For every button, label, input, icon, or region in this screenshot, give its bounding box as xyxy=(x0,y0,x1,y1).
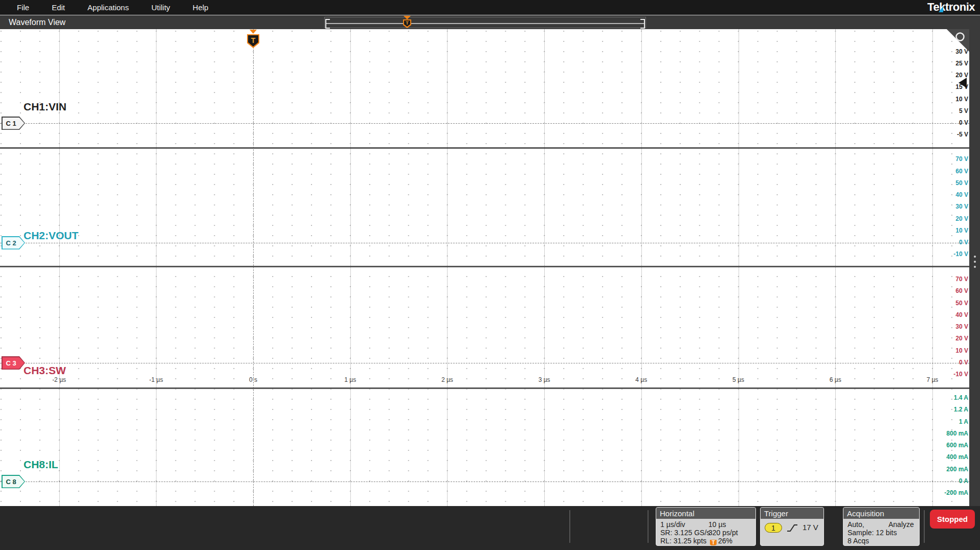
time-label: 4 µs xyxy=(625,376,658,383)
axis-label: 50 V xyxy=(932,179,968,187)
menu-help[interactable]: Help xyxy=(193,3,209,12)
menu-edit[interactable]: Edit xyxy=(52,3,65,12)
axis-label: 1 A xyxy=(932,418,968,425)
time-label: 0 s xyxy=(237,376,270,383)
axis-label: 20 V xyxy=(932,335,968,342)
overview-right-bracket[interactable] xyxy=(640,19,645,29)
axis-label: 0 V xyxy=(932,119,968,126)
acquisition-panel-title: Acquisition xyxy=(843,508,919,519)
axis-label: -200 mA xyxy=(932,489,968,496)
channel-label-1: CH1:VIN xyxy=(24,101,66,113)
trigger-flag-icon: T xyxy=(403,19,411,28)
rising-edge-icon xyxy=(786,523,798,533)
channel-label-4: CH8:IL xyxy=(24,459,58,471)
tektronix-logo: Tektronix xyxy=(927,1,975,14)
time-label: 2 µs xyxy=(431,376,463,383)
overview-left-bracket[interactable] xyxy=(325,19,330,29)
tab-waveform-view[interactable]: Waveform View xyxy=(9,18,65,27)
axis-label: -10 V xyxy=(932,250,968,258)
rail-dot xyxy=(974,266,976,268)
trigger-panel-title: Trigger xyxy=(761,508,823,519)
settings-bar: Horizontal 1 µs/div 10 µs SR: 3.125 GS/s… xyxy=(0,506,980,550)
trigger-level-arrow-icon[interactable] xyxy=(959,78,967,88)
divider xyxy=(924,510,925,543)
axis-label: 70 V xyxy=(932,276,968,283)
trigger-triangle-icon xyxy=(250,30,257,34)
axis-label: 800 mA xyxy=(932,430,968,437)
axis-label: 5 V xyxy=(932,107,968,114)
trigger-source-badge[interactable]: 1 xyxy=(765,523,782,533)
axis-label: 30 V xyxy=(932,323,968,330)
right-scrollbar-rail[interactable] xyxy=(969,29,980,506)
waveform-traces xyxy=(0,29,969,506)
sample-period: 320 ps/pt xyxy=(708,529,738,537)
channel-badge-label: C 1 xyxy=(3,118,25,129)
trigger-triangle-icon xyxy=(404,16,411,19)
rail-dot xyxy=(974,261,976,263)
horizontal-window: 10 µs xyxy=(708,520,726,529)
divider xyxy=(648,510,649,543)
trigger-flag-icon: T xyxy=(247,34,259,48)
record-length: RL: 31.25 kpts xyxy=(660,537,706,545)
overview-trigger-marker[interactable]: T xyxy=(403,16,411,29)
trigger-flag-icon: T xyxy=(710,540,717,546)
axis-label: 600 mA xyxy=(932,442,968,449)
axis-label: 10 V xyxy=(932,347,968,354)
axis-label: 10 V xyxy=(932,227,968,234)
trigger-position-percent: T26% xyxy=(708,537,732,546)
axis-label: 50 V xyxy=(932,300,968,307)
menu-applications[interactable]: Applications xyxy=(87,3,129,12)
time-label: 6 µs xyxy=(819,376,852,383)
axis-label: -5 V xyxy=(932,131,968,138)
axis-label: 1.2 A xyxy=(932,406,968,413)
channel-label-2: CH2:VOUT xyxy=(24,230,78,242)
trigger-level-value: 17 V xyxy=(803,523,818,532)
acquisition-mode: Auto, xyxy=(848,520,864,529)
channel-badge-label: C 3 xyxy=(3,357,25,369)
horizontal-panel[interactable]: Horizontal 1 µs/div 10 µs SR: 3.125 GS/s… xyxy=(656,507,756,546)
axis-label: 200 mA xyxy=(932,466,968,473)
acquisition-panel[interactable]: Acquisition Auto, Analyze Sample: 12 bit… xyxy=(843,507,920,546)
time-label: -1 µs xyxy=(140,376,172,383)
divider xyxy=(569,510,570,543)
channel-badge-label: C 8 xyxy=(3,476,25,488)
channel-badge-label: C 2 xyxy=(3,237,25,249)
axis-label: 30 V xyxy=(932,203,968,210)
run-stop-button[interactable]: Stopped xyxy=(930,510,975,529)
horizontal-scale: 1 µs/div xyxy=(660,520,685,529)
acquisition-sample-bits: Sample: 12 bits xyxy=(848,529,897,537)
axis-label: 40 V xyxy=(932,311,968,318)
axis-label: 60 V xyxy=(932,168,968,175)
rail-dot xyxy=(974,256,976,258)
menu-utility[interactable]: Utility xyxy=(151,3,170,12)
axis-label: 400 mA xyxy=(932,453,968,461)
axis-label: 10 V xyxy=(932,96,968,103)
oscilloscope-app: FileEditApplicationsUtilityHelp Tektroni… xyxy=(0,0,980,550)
axis-label: 0 V xyxy=(932,239,968,246)
axis-label: 25 V xyxy=(932,60,968,67)
menu-bar: FileEditApplicationsUtilityHelp xyxy=(0,0,980,15)
sample-rate: SR: 3.125 GS/s xyxy=(660,529,710,537)
acquisition-count: 8 Acqs xyxy=(848,537,869,545)
time-label: 5 µs xyxy=(722,376,755,383)
axis-label: -10 V xyxy=(932,371,968,378)
axis-label: 40 V xyxy=(932,191,968,198)
time-label: 3 µs xyxy=(528,376,561,383)
waveform-grid: -2 µs-1 µs0 s1 µs2 µs3 µs4 µs5 µs6 µs7 µ… xyxy=(0,29,969,506)
acquisition-analyze: Analyze xyxy=(888,520,914,529)
time-label: -2 µs xyxy=(43,376,76,383)
trigger-position-marker[interactable]: T xyxy=(247,30,259,50)
overview-record-line xyxy=(326,23,644,24)
axis-label: 20 V xyxy=(932,215,968,222)
horizontal-overview-bar[interactable]: T xyxy=(324,17,646,28)
axis-label: 70 V xyxy=(932,155,968,163)
axis-label: 0 A xyxy=(932,477,968,485)
axis-label: 1.4 A xyxy=(932,394,968,401)
tab-bar: Waveform View T xyxy=(0,15,980,29)
trigger-panel[interactable]: Trigger 1 17 V xyxy=(760,507,824,546)
channel-label-3: CH3:SW xyxy=(24,364,66,377)
menu-file[interactable]: File xyxy=(17,3,29,12)
horizontal-panel-title: Horizontal xyxy=(656,508,755,519)
axis-label: 30 V xyxy=(932,48,968,55)
axis-label: 0 V xyxy=(932,359,968,366)
